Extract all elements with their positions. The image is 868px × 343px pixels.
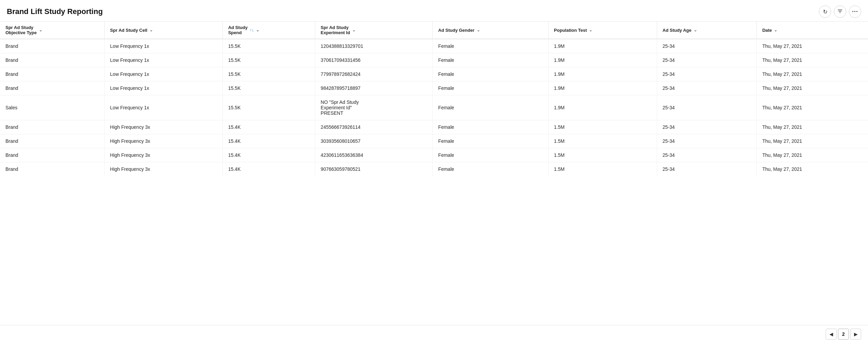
cell-cell: High Frequency 3x: [104, 120, 222, 134]
cell-experiment_id: 4230611653636384: [315, 148, 432, 162]
col-header-spend[interactable]: Ad Study Spend ↑↓ ⌄: [222, 22, 315, 39]
cell-cell: Low Frequency 1x: [104, 81, 222, 95]
cell-date: Thu, May 27, 2021: [757, 67, 868, 81]
app-container: Brand Lift Study Reporting ↻ ··· Spr: [0, 0, 868, 343]
cell-experiment_id: 370617094331456: [315, 53, 432, 67]
cell-gender: Female: [433, 95, 548, 120]
table-row: BrandHigh Frequency 3x15.4K4230611653636…: [0, 148, 868, 162]
cell-age: 25-34: [657, 53, 756, 67]
filter-icon: [837, 9, 843, 14]
col-sort-spend: ↑↓: [250, 28, 254, 32]
cell-date: Thu, May 27, 2021: [757, 95, 868, 120]
cell-experiment_id: NO "Spr Ad Study Experiment Id" PRESENT: [315, 95, 432, 120]
cell-spend: 15.4K: [222, 162, 315, 176]
cell-obj_type: Brand: [0, 148, 104, 162]
cell-spend: 15.5K: [222, 39, 315, 53]
cell-date: Thu, May 27, 2021: [757, 39, 868, 53]
col-label-spend: Ad Study Spend: [228, 25, 248, 35]
cell-age: 25-34: [657, 162, 756, 176]
col-header-cell[interactable]: Spr Ad Study Cell ⌄: [104, 22, 222, 39]
cell-date: Thu, May 27, 2021: [757, 134, 868, 148]
cell-obj_type: Brand: [0, 120, 104, 134]
cell-population_test: 1.9M: [548, 39, 657, 53]
table-row: BrandHigh Frequency 3x15.4K3039356080106…: [0, 134, 868, 148]
col-label-obj-type: Spr Ad Study Objective Type: [5, 25, 37, 35]
cell-cell: High Frequency 3x: [104, 134, 222, 148]
cell-obj_type: Brand: [0, 39, 104, 53]
cell-experiment_id: 1204388813329701: [315, 39, 432, 53]
col-sort-experiment-id: ⌄: [352, 28, 356, 32]
filter-button[interactable]: [834, 5, 846, 18]
cell-date: Thu, May 27, 2021: [757, 120, 868, 134]
cell-cell: High Frequency 3x: [104, 148, 222, 162]
cell-age: 25-34: [657, 120, 756, 134]
col-header-population-test[interactable]: Population Test ⌄: [548, 22, 657, 39]
cell-experiment_id: 303935608010657: [315, 134, 432, 148]
current-page-number: 2: [838, 329, 849, 340]
page-title: Brand Lift Study Reporting: [7, 7, 103, 16]
cell-obj_type: Brand: [0, 162, 104, 176]
col-header-age[interactable]: Ad Study Age ⌄: [657, 22, 756, 39]
cell-gender: Female: [433, 120, 548, 134]
cell-spend: 15.4K: [222, 134, 315, 148]
cell-obj_type: Brand: [0, 81, 104, 95]
cell-spend: 15.5K: [222, 53, 315, 67]
col-header-experiment-id[interactable]: Spr Ad Study Experiment Id ⌄: [315, 22, 432, 39]
table-row: SalesLow Frequency 1x15.5KNO "Spr Ad Stu…: [0, 95, 868, 120]
col-sort-gender: ⌄: [477, 28, 480, 32]
table-wrapper: Spr Ad Study Objective Type ⌄ Spr Ad Stu…: [0, 22, 868, 325]
col-label-cell: Spr Ad Study Cell: [110, 28, 147, 33]
cell-spend: 15.4K: [222, 148, 315, 162]
col-sort-age: ⌄: [694, 28, 697, 32]
cell-population_test: 1.5M: [548, 120, 657, 134]
cell-gender: Female: [433, 162, 548, 176]
cell-experiment_id: 984287895718897: [315, 81, 432, 95]
more-options-button[interactable]: ···: [849, 5, 861, 18]
cell-population_test: 1.9M: [548, 53, 657, 67]
prev-page-button[interactable]: ◀: [826, 329, 837, 340]
cell-population_test: 1.9M: [548, 81, 657, 95]
cell-obj_type: Sales: [0, 95, 104, 120]
cell-age: 25-34: [657, 67, 756, 81]
cell-date: Thu, May 27, 2021: [757, 148, 868, 162]
col-label-population-test: Population Test: [554, 28, 587, 33]
col-header-obj-type[interactable]: Spr Ad Study Objective Type ⌄: [0, 22, 104, 39]
table-row: BrandLow Frequency 1x15.5K37061709433145…: [0, 53, 868, 67]
more-icon: ···: [852, 8, 858, 15]
cell-date: Thu, May 27, 2021: [757, 162, 868, 176]
table-row: BrandLow Frequency 1x15.5K98428789571889…: [0, 81, 868, 95]
cell-age: 25-34: [657, 39, 756, 53]
cell-population_test: 1.9M: [548, 67, 657, 81]
cell-experiment_id: 245566673926114: [315, 120, 432, 134]
table-row: BrandHigh Frequency 3x15.4K2455666739261…: [0, 120, 868, 134]
refresh-icon: ↻: [823, 9, 827, 15]
prev-page-icon: ◀: [829, 331, 833, 337]
cell-obj_type: Brand: [0, 53, 104, 67]
cell-age: 25-34: [657, 134, 756, 148]
cell-spend: 15.5K: [222, 67, 315, 81]
next-page-button[interactable]: ▶: [850, 329, 861, 340]
cell-date: Thu, May 27, 2021: [757, 53, 868, 67]
cell-obj_type: Brand: [0, 134, 104, 148]
data-table: Spr Ad Study Objective Type ⌄ Spr Ad Stu…: [0, 22, 868, 176]
cell-date: Thu, May 27, 2021: [757, 81, 868, 95]
cell-age: 25-34: [657, 148, 756, 162]
col-header-gender[interactable]: Ad Study Gender ⌄: [433, 22, 548, 39]
col-header-date[interactable]: Date ⌄: [757, 22, 868, 39]
cell-spend: 15.5K: [222, 81, 315, 95]
col-label-gender: Ad Study Gender: [438, 28, 474, 33]
cell-obj_type: Brand: [0, 67, 104, 81]
next-page-icon: ▶: [854, 331, 858, 337]
table-row: BrandHigh Frequency 3x15.4K9076630597805…: [0, 162, 868, 176]
cell-age: 25-34: [657, 95, 756, 120]
cell-spend: 15.5K: [222, 95, 315, 120]
col-label-experiment-id: Spr Ad Study Experiment Id: [321, 25, 350, 35]
cell-cell: High Frequency 3x: [104, 162, 222, 176]
cell-gender: Female: [433, 134, 548, 148]
cell-cell: Low Frequency 1x: [104, 39, 222, 53]
header: Brand Lift Study Reporting ↻ ···: [0, 0, 868, 22]
table-row: BrandLow Frequency 1x15.5K12043888133297…: [0, 39, 868, 53]
table-header-row: Spr Ad Study Objective Type ⌄ Spr Ad Stu…: [0, 22, 868, 39]
refresh-button[interactable]: ↻: [819, 5, 831, 18]
cell-spend: 15.4K: [222, 120, 315, 134]
